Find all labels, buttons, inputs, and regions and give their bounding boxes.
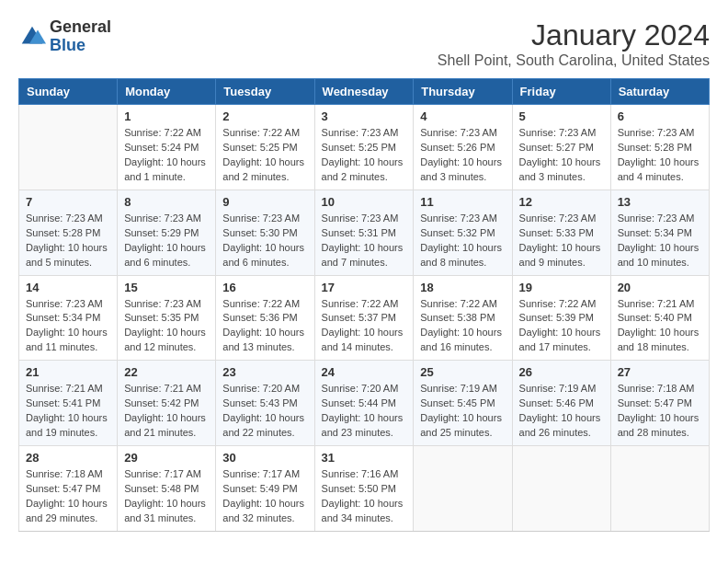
header-cell-wednesday: Wednesday	[314, 79, 414, 105]
day-info: Sunrise: 7:23 AMSunset: 5:34 PMDaylight:…	[618, 212, 702, 270]
day-info: Sunrise: 7:18 AMSunset: 5:47 PMDaylight:…	[618, 382, 702, 441]
day-number: 20	[618, 281, 702, 294]
calendar-week-1: 1Sunrise: 7:22 AMSunset: 5:24 PMDaylight…	[19, 105, 710, 190]
day-info: Sunrise: 7:18 AMSunset: 5:47 PMDaylight:…	[26, 467, 110, 526]
day-number: 2	[222, 109, 307, 123]
day-info: Sunrise: 7:17 AMSunset: 5:49 PMDaylight:…	[222, 467, 307, 526]
day-number: 17	[322, 281, 407, 294]
day-info: Sunrise: 7:19 AMSunset: 5:46 PMDaylight:…	[519, 382, 604, 441]
calendar-cell	[610, 446, 709, 532]
day-number: 27	[618, 365, 702, 379]
day-info: Sunrise: 7:17 AMSunset: 5:48 PMDaylight:…	[124, 467, 209, 526]
day-number: 29	[124, 451, 209, 465]
day-info: Sunrise: 7:22 AMSunset: 5:36 PMDaylight:…	[222, 297, 307, 356]
logo-line2: Blue	[50, 37, 111, 55]
day-number: 6	[618, 109, 702, 123]
day-number: 3	[322, 109, 407, 123]
day-info: Sunrise: 7:21 AMSunset: 5:42 PMDaylight:…	[124, 382, 209, 441]
calendar-cell: 20Sunrise: 7:21 AMSunset: 5:40 PMDayligh…	[610, 275, 709, 361]
header-cell-monday: Monday	[118, 79, 216, 105]
day-info: Sunrise: 7:23 AMSunset: 5:28 PMDaylight:…	[26, 212, 110, 270]
calendar-cell: 8Sunrise: 7:23 AMSunset: 5:29 PMDaylight…	[118, 190, 216, 275]
calendar-cell: 25Sunrise: 7:19 AMSunset: 5:45 PMDayligh…	[414, 361, 512, 446]
header-cell-friday: Friday	[512, 79, 610, 105]
day-number: 15	[124, 281, 209, 294]
day-number: 1	[124, 109, 209, 123]
day-number: 9	[222, 195, 307, 209]
calendar-cell: 2Sunrise: 7:22 AMSunset: 5:25 PMDaylight…	[216, 105, 314, 190]
day-info: Sunrise: 7:21 AMSunset: 5:41 PMDaylight:…	[26, 382, 110, 441]
calendar-week-5: 28Sunrise: 7:18 AMSunset: 5:47 PMDayligh…	[19, 446, 710, 532]
calendar-cell: 16Sunrise: 7:22 AMSunset: 5:36 PMDayligh…	[216, 275, 314, 361]
day-info: Sunrise: 7:23 AMSunset: 5:28 PMDaylight:…	[618, 126, 702, 185]
calendar-cell: 26Sunrise: 7:19 AMSunset: 5:46 PMDayligh…	[512, 361, 610, 446]
day-info: Sunrise: 7:20 AMSunset: 5:43 PMDaylight:…	[222, 382, 307, 441]
day-number: 13	[618, 195, 702, 209]
calendar-cell: 7Sunrise: 7:23 AMSunset: 5:28 PMDaylight…	[19, 190, 118, 275]
calendar-cell: 22Sunrise: 7:21 AMSunset: 5:42 PMDayligh…	[118, 361, 216, 446]
day-number: 14	[26, 281, 110, 294]
calendar-cell: 27Sunrise: 7:18 AMSunset: 5:47 PMDayligh…	[610, 361, 709, 446]
day-info: Sunrise: 7:20 AMSunset: 5:44 PMDaylight:…	[322, 382, 407, 441]
calendar-cell: 30Sunrise: 7:17 AMSunset: 5:49 PMDayligh…	[216, 446, 314, 532]
day-number: 18	[420, 281, 505, 294]
day-info: Sunrise: 7:23 AMSunset: 5:32 PMDaylight:…	[420, 212, 505, 270]
calendar-cell: 4Sunrise: 7:23 AMSunset: 5:26 PMDaylight…	[414, 105, 512, 190]
calendar-header-row: SundayMondayTuesdayWednesdayThursdayFrid…	[19, 79, 710, 105]
calendar-cell: 18Sunrise: 7:22 AMSunset: 5:38 PMDayligh…	[414, 275, 512, 361]
day-info: Sunrise: 7:23 AMSunset: 5:31 PMDaylight:…	[322, 212, 407, 270]
day-info: Sunrise: 7:23 AMSunset: 5:33 PMDaylight:…	[519, 212, 604, 270]
calendar-cell: 11Sunrise: 7:23 AMSunset: 5:32 PMDayligh…	[414, 190, 512, 275]
calendar-cell: 31Sunrise: 7:16 AMSunset: 5:50 PMDayligh…	[314, 446, 414, 532]
day-info: Sunrise: 7:19 AMSunset: 5:45 PMDaylight:…	[420, 382, 505, 441]
day-info: Sunrise: 7:22 AMSunset: 5:39 PMDaylight:…	[519, 297, 604, 356]
header-cell-saturday: Saturday	[610, 79, 709, 105]
day-number: 23	[222, 365, 307, 379]
calendar-cell: 13Sunrise: 7:23 AMSunset: 5:34 PMDayligh…	[610, 190, 709, 275]
day-number: 22	[124, 365, 209, 379]
calendar-cell: 6Sunrise: 7:23 AMSunset: 5:28 PMDaylight…	[610, 105, 709, 190]
day-number: 19	[519, 281, 604, 294]
calendar-cell: 3Sunrise: 7:23 AMSunset: 5:25 PMDaylight…	[314, 105, 414, 190]
day-number: 26	[519, 365, 604, 379]
calendar-cell: 28Sunrise: 7:18 AMSunset: 5:47 PMDayligh…	[19, 446, 118, 532]
logo-icon	[18, 23, 46, 51]
calendar-cell: 10Sunrise: 7:23 AMSunset: 5:31 PMDayligh…	[314, 190, 414, 275]
calendar-cell: 15Sunrise: 7:23 AMSunset: 5:35 PMDayligh…	[118, 275, 216, 361]
day-info: Sunrise: 7:23 AMSunset: 5:27 PMDaylight:…	[519, 126, 604, 185]
day-number: 24	[322, 365, 407, 379]
day-info: Sunrise: 7:22 AMSunset: 5:25 PMDaylight:…	[222, 126, 307, 185]
title-section: January 2024 Shell Point, South Carolina…	[438, 18, 710, 69]
page-header: General Blue January 2024 Shell Point, S…	[18, 18, 710, 69]
calendar-cell: 29Sunrise: 7:17 AMSunset: 5:48 PMDayligh…	[118, 446, 216, 532]
calendar-cell	[19, 105, 118, 190]
logo: General Blue	[18, 18, 111, 55]
day-number: 7	[26, 195, 110, 209]
day-number: 31	[322, 451, 407, 465]
day-info: Sunrise: 7:23 AMSunset: 5:30 PMDaylight:…	[222, 212, 307, 270]
calendar-cell: 5Sunrise: 7:23 AMSunset: 5:27 PMDaylight…	[512, 105, 610, 190]
calendar-cell: 9Sunrise: 7:23 AMSunset: 5:30 PMDaylight…	[216, 190, 314, 275]
day-info: Sunrise: 7:23 AMSunset: 5:25 PMDaylight:…	[322, 126, 407, 185]
day-number: 25	[420, 365, 505, 379]
calendar-body: 1Sunrise: 7:22 AMSunset: 5:24 PMDaylight…	[19, 105, 710, 532]
day-info: Sunrise: 7:23 AMSunset: 5:29 PMDaylight:…	[124, 212, 209, 270]
calendar-cell: 19Sunrise: 7:22 AMSunset: 5:39 PMDayligh…	[512, 275, 610, 361]
calendar-table: SundayMondayTuesdayWednesdayThursdayFrid…	[18, 78, 710, 532]
calendar-cell: 12Sunrise: 7:23 AMSunset: 5:33 PMDayligh…	[512, 190, 610, 275]
calendar-cell: 21Sunrise: 7:21 AMSunset: 5:41 PMDayligh…	[19, 361, 118, 446]
day-number: 12	[519, 195, 604, 209]
day-number: 5	[519, 109, 604, 123]
day-info: Sunrise: 7:23 AMSunset: 5:34 PMDaylight:…	[26, 297, 110, 356]
calendar-week-3: 14Sunrise: 7:23 AMSunset: 5:34 PMDayligh…	[19, 275, 710, 361]
calendar-cell	[414, 446, 512, 532]
header-cell-tuesday: Tuesday	[216, 79, 314, 105]
month-title: January 2024	[438, 18, 710, 52]
calendar-week-2: 7Sunrise: 7:23 AMSunset: 5:28 PMDaylight…	[19, 190, 710, 275]
day-info: Sunrise: 7:23 AMSunset: 5:35 PMDaylight:…	[124, 297, 209, 356]
day-number: 4	[420, 109, 505, 123]
day-info: Sunrise: 7:23 AMSunset: 5:26 PMDaylight:…	[420, 126, 505, 185]
calendar-cell: 17Sunrise: 7:22 AMSunset: 5:37 PMDayligh…	[314, 275, 414, 361]
logo-line1: General	[50, 18, 111, 37]
day-number: 10	[322, 195, 407, 209]
